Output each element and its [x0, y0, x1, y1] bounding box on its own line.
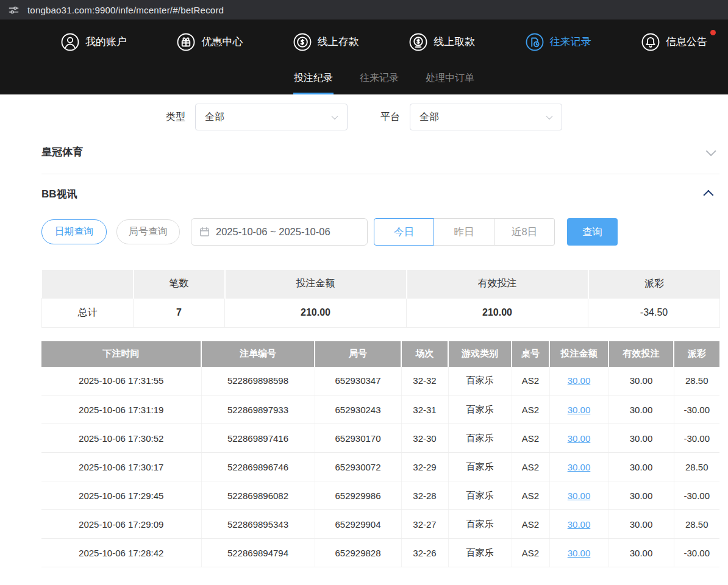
- bet-amount-cell: 30.00: [549, 424, 608, 453]
- cell: 2025-10-06 17:30:52: [41, 424, 201, 453]
- summary-header-count: 笔数: [134, 270, 225, 298]
- section-title-crown: 皇冠体育: [41, 145, 83, 159]
- bet-column-header: 投注金额: [549, 341, 608, 367]
- bet-amount-cell: 30.00: [549, 367, 608, 395]
- tab-transaction-records[interactable]: 往来记录: [359, 64, 399, 94]
- tab-processing-orders[interactable]: 处理中订单: [425, 64, 475, 94]
- chevron-down-icon[interactable]: [706, 146, 716, 156]
- cell: -30.00: [674, 424, 719, 453]
- bet-amount-cell: 30.00: [549, 395, 608, 424]
- cell: 百家乐: [448, 481, 512, 510]
- date-range-input[interactable]: 2025-10-06 ~ 2025-10-06: [191, 218, 368, 246]
- nav-label: 往来记录: [550, 35, 591, 49]
- search-button[interactable]: 查询: [567, 218, 618, 246]
- nav-item-promo-center[interactable]: 优惠中心: [177, 33, 243, 51]
- cell: -30.00: [674, 395, 719, 424]
- type-select-value: 全部: [205, 111, 224, 124]
- cell: 522869897933: [201, 395, 315, 424]
- round-query-button[interactable]: 局号查询: [116, 219, 180, 244]
- cell: 652930243: [315, 395, 401, 424]
- bet-table-header-row: 下注时间注单编号局号场次游戏类别桌号投注金额有效投注派彩: [41, 341, 719, 367]
- table-row: 2025-10-06 17:31:55522869898598652930347…: [41, 367, 719, 395]
- section-crown-sports[interactable]: 皇冠体育: [41, 130, 719, 174]
- cell: AS2: [512, 395, 549, 424]
- main-content: 皇冠体育 BB视讯 日期查询 局号查询 2025-10-06 ~ 2025-10…: [0, 130, 728, 567]
- cell: -30.00: [674, 539, 719, 567]
- summary-count-value: 7: [134, 298, 225, 327]
- last-8-days-button[interactable]: 近8日: [494, 218, 555, 246]
- bet-amount-link[interactable]: 30.00: [568, 433, 591, 444]
- summary-header-payout: 派彩: [588, 270, 720, 298]
- section-title-bb: BB视讯: [41, 187, 77, 201]
- bell-icon: [641, 33, 660, 51]
- cell: 32-27: [401, 510, 448, 539]
- cell: 30.00: [608, 367, 674, 395]
- bet-column-header: 局号: [315, 341, 401, 367]
- cell: AS2: [512, 367, 549, 395]
- bet-amount-link[interactable]: 30.00: [568, 462, 591, 472]
- cell: AS2: [512, 424, 549, 453]
- nav-item-online-withdraw[interactable]: 线上取款: [409, 33, 475, 51]
- cell: 百家乐: [448, 539, 512, 567]
- bet-amount-link[interactable]: 30.00: [568, 519, 591, 530]
- chevron-down-icon: [546, 113, 552, 119]
- cell: 522869898598: [201, 367, 315, 395]
- chevron-up-icon[interactable]: [703, 190, 713, 200]
- summary-total-label: 总计: [42, 298, 134, 327]
- nav-item-my-account[interactable]: 我的账户: [61, 33, 127, 51]
- today-button[interactable]: 今日: [374, 218, 434, 246]
- cell: 30.00: [608, 395, 674, 424]
- yesterday-button[interactable]: 昨日: [434, 218, 494, 246]
- date-query-button[interactable]: 日期查询: [41, 219, 107, 244]
- summary-valid-bet-value: 210.00: [407, 298, 588, 327]
- notification-badge: [710, 30, 716, 35]
- records-clock-icon: [526, 33, 544, 51]
- table-row: 2025-10-06 17:29:09522869895343652929904…: [41, 510, 719, 539]
- url-text[interactable]: tongbao31.com:9900/infe/mcenter/#/betRec…: [27, 5, 224, 15]
- bet-amount-link[interactable]: 30.00: [568, 375, 591, 386]
- cell: 30.00: [608, 424, 674, 453]
- cell: 652929904: [315, 510, 401, 539]
- chevron-down-icon: [331, 113, 338, 119]
- summary-header-empty: [42, 270, 134, 298]
- cell: 28.50: [674, 510, 719, 539]
- calendar-icon: [199, 226, 210, 238]
- cell: 30.00: [608, 510, 674, 539]
- cell: 30.00: [608, 481, 674, 510]
- browser-address-bar[interactable]: tongbao31.com:9900/infe/mcenter/#/betRec…: [0, 0, 728, 20]
- cell: 28.50: [674, 367, 719, 395]
- bet-column-header: 下注时间: [41, 341, 201, 367]
- nav-label: 线上取款: [434, 35, 475, 49]
- platform-select[interactable]: 全部: [410, 104, 562, 130]
- cell: 30.00: [608, 539, 674, 567]
- cell: 30.00: [608, 453, 674, 481]
- summary-header-bet-amount: 投注金额: [225, 270, 407, 298]
- cell: AS2: [512, 510, 549, 539]
- nav-item-transaction-records[interactable]: 往来记录: [526, 33, 591, 51]
- section-bb-video[interactable]: BB视讯: [41, 174, 719, 213]
- type-select[interactable]: 全部: [195, 104, 348, 130]
- bet-amount-cell: 30.00: [549, 481, 608, 510]
- cell: 32-29: [401, 453, 448, 481]
- cell: 28.50: [674, 453, 719, 481]
- cell: 522869896082: [201, 481, 315, 510]
- cell: 32-31: [401, 395, 448, 424]
- summary-table: 笔数 投注金额 有效投注 派彩 总计 7 210.00 210.00 -34.5…: [41, 270, 720, 328]
- cell: 2025-10-06 17:29:09: [41, 510, 201, 539]
- top-navigation: 我的账户 优惠中心 线上存款: [0, 20, 728, 94]
- nav-item-online-deposit[interactable]: 线上存款: [293, 33, 359, 51]
- bet-records-table: 下注时间注单编号局号场次游戏类别桌号投注金额有效投注派彩 2025-10-06 …: [41, 341, 719, 568]
- bet-amount-link[interactable]: 30.00: [568, 491, 591, 501]
- table-row: 2025-10-06 17:31:19522869897933652930243…: [41, 395, 719, 424]
- platform-filter-label: 平台: [380, 111, 400, 124]
- table-row: 2025-10-06 17:30:17522869896746652930072…: [41, 453, 719, 481]
- tab-bet-records[interactable]: 投注纪录: [293, 64, 334, 94]
- site-settings-icon[interactable]: [8, 4, 20, 16]
- cell: 652929828: [315, 539, 401, 567]
- date-range-value: 2025-10-06 ~ 2025-10-06: [216, 226, 330, 238]
- bet-amount-link[interactable]: 30.00: [568, 548, 591, 558]
- bet-column-header: 有效投注: [608, 341, 674, 367]
- bet-amount-link[interactable]: 30.00: [568, 405, 591, 415]
- cell: 2025-10-06 17:29:45: [41, 481, 201, 510]
- nav-item-announcements[interactable]: 信息公告: [641, 33, 707, 51]
